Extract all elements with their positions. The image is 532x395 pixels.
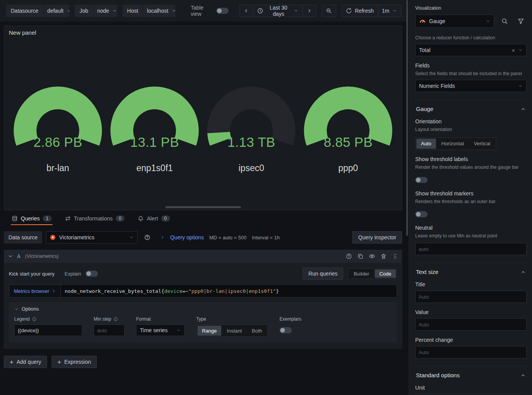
query-datasource-row: Data source Victoriametrics Query option… xyxy=(4,231,402,244)
title-size-input[interactable] xyxy=(415,291,527,303)
refresh-button[interactable]: Refresh xyxy=(342,5,378,17)
delete-query-trash-icon[interactable] xyxy=(380,253,387,259)
add-query-button[interactable]: Add query xyxy=(4,356,47,368)
chevron-down-icon xyxy=(176,328,181,333)
table-view-toggle[interactable] xyxy=(216,8,229,14)
clear-icon[interactable] xyxy=(512,47,515,53)
options-pane-scrollbar[interactable] xyxy=(406,0,408,236)
time-forward-button[interactable] xyxy=(303,5,316,17)
refresh-interval-picker[interactable]: 1m xyxy=(378,5,401,17)
gauge-section: Gauge Orientation Layout orientation Aut… xyxy=(415,100,527,255)
show-threshold-markers-toggle[interactable] xyxy=(415,211,428,217)
gauge-value: 1.13 TB xyxy=(206,134,297,150)
exemplars-toggle[interactable] xyxy=(279,327,292,333)
add-query-label: Add query xyxy=(17,359,41,365)
metrics-browser-label: Metrics browser xyxy=(14,288,49,294)
panel-scrollbar[interactable] xyxy=(165,206,241,208)
gauge-section-header[interactable]: Gauge xyxy=(415,100,527,112)
zoom-out-button[interactable] xyxy=(322,5,336,17)
gauge-viz-icon xyxy=(419,18,426,25)
code-mode-option[interactable]: Code xyxy=(375,269,396,278)
job-variable-picker[interactable]: node xyxy=(93,5,117,17)
host-variable-picker[interactable]: localhost xyxy=(143,5,175,17)
query-options-toggle[interactable]: Query options MD = auto = 500 Interval =… xyxy=(160,234,279,240)
table-view-control: Table view xyxy=(191,5,229,17)
percent-change-label: Percent change xyxy=(415,337,527,343)
panel-title: New panel xyxy=(9,29,36,36)
time-back-button[interactable] xyxy=(239,5,253,17)
data-source-picker[interactable]: Victoriametrics xyxy=(46,231,138,244)
editor-main-column: Datasource default Job node Host localho… xyxy=(0,0,406,395)
flame-icon xyxy=(50,234,56,240)
help-icon[interactable] xyxy=(346,253,352,259)
pane-divider[interactable] xyxy=(406,0,409,395)
explain-toggle[interactable] xyxy=(86,271,98,277)
grafana-panel-editor: Datasource default Job node Host localho… xyxy=(0,0,532,395)
tab-alert[interactable]: Alert 0 xyxy=(136,210,171,227)
funnel-icon xyxy=(517,18,524,25)
min-step-field: Min step xyxy=(94,316,125,336)
query-expression-input[interactable]: node_network_receive_bytes_total{device=… xyxy=(61,284,397,298)
min-step-input[interactable] xyxy=(94,324,125,336)
show-threshold-labels-toggle[interactable] xyxy=(415,177,428,183)
gauge-value: 8.85 PB xyxy=(303,134,394,150)
builder-mode-option[interactable]: Builder xyxy=(349,269,374,278)
neutral-label: Neutral xyxy=(415,225,527,231)
max-data-points-summary: MD = auto = 500 xyxy=(209,235,247,240)
type-instant-option[interactable]: Instant xyxy=(222,326,246,336)
format-select[interactable]: Time series xyxy=(136,324,185,336)
legend-input[interactable] xyxy=(14,324,82,336)
orientation-hint: Layout orientation xyxy=(415,126,527,133)
time-range-label: Last 30 days xyxy=(266,5,290,17)
datasource-variable-label: Datasource xyxy=(6,5,43,17)
type-range-option[interactable]: Range xyxy=(197,326,221,336)
orientation-auto-option[interactable]: Auto xyxy=(416,139,436,149)
chevron-down-icon xyxy=(294,8,298,13)
gauge-label: br-lan xyxy=(47,163,69,173)
kick-start-button[interactable]: Kick start your query xyxy=(9,271,55,277)
metrics-browser-button[interactable]: Metrics browser xyxy=(9,284,61,298)
neutral-hint: Leave empty to use Min as neutral point xyxy=(415,233,527,239)
gauge-br-lan: 2.86 PB br-lan xyxy=(10,86,105,173)
job-variable-label: Job xyxy=(75,5,93,17)
reducer-value: Total xyxy=(419,47,508,53)
fields-select[interactable]: Numeric Fields xyxy=(415,80,527,92)
options-collapse[interactable]: Options xyxy=(14,306,392,312)
time-range-picker[interactable]: Last 30 days xyxy=(253,5,302,17)
chevron-right-icon xyxy=(51,289,56,293)
value-size-label: Value xyxy=(415,309,527,315)
duplicate-icon[interactable] xyxy=(357,253,364,259)
expression-label: Expression xyxy=(64,359,91,365)
orientation-horizontal-option[interactable]: Horizontal xyxy=(437,139,469,149)
visualization-value: Gauge xyxy=(429,18,483,24)
drag-handle-grip-icon[interactable] xyxy=(392,253,398,259)
value-size-input[interactable] xyxy=(415,318,527,331)
chevron-up-icon xyxy=(520,106,526,112)
shuffle-icon xyxy=(65,215,71,222)
datasource-help-button[interactable] xyxy=(141,232,153,243)
viz-filter-button[interactable] xyxy=(515,15,527,27)
add-expression-button[interactable]: Expression xyxy=(52,356,97,368)
type-both-option[interactable]: Both xyxy=(247,326,267,336)
hide-query-eye-icon[interactable] xyxy=(369,253,375,259)
orientation-vertical-option[interactable]: Vertical xyxy=(469,139,495,149)
standard-options-header[interactable]: Standard options xyxy=(415,366,527,378)
run-queries-button[interactable]: Run queries xyxy=(303,267,343,280)
tab-transformations[interactable]: Transformations 0 xyxy=(63,210,126,227)
neutral-input[interactable] xyxy=(415,243,527,255)
visualization-picker[interactable]: Gauge xyxy=(415,15,494,28)
reducer-field: Choose a reducer function / calculation … xyxy=(415,35,527,56)
query-inspector-button[interactable]: Query inspector xyxy=(352,231,402,244)
zoom-out-icon xyxy=(326,8,332,14)
collapse-chevron-icon[interactable] xyxy=(8,254,13,259)
type-label: Type xyxy=(196,316,206,322)
title-size-label: Title xyxy=(415,281,527,287)
text-size-section-header[interactable]: Text size xyxy=(415,263,527,275)
datasource-variable-picker[interactable]: default xyxy=(43,5,70,17)
reducer-select[interactable]: Total xyxy=(415,44,527,56)
tab-queries[interactable]: Queries 1 xyxy=(10,210,53,227)
percent-change-size-input[interactable] xyxy=(415,346,527,358)
query-row-header[interactable]: A (Victoriametrics) xyxy=(4,250,402,263)
bell-icon xyxy=(138,215,144,222)
viz-search-button[interactable] xyxy=(499,15,510,27)
